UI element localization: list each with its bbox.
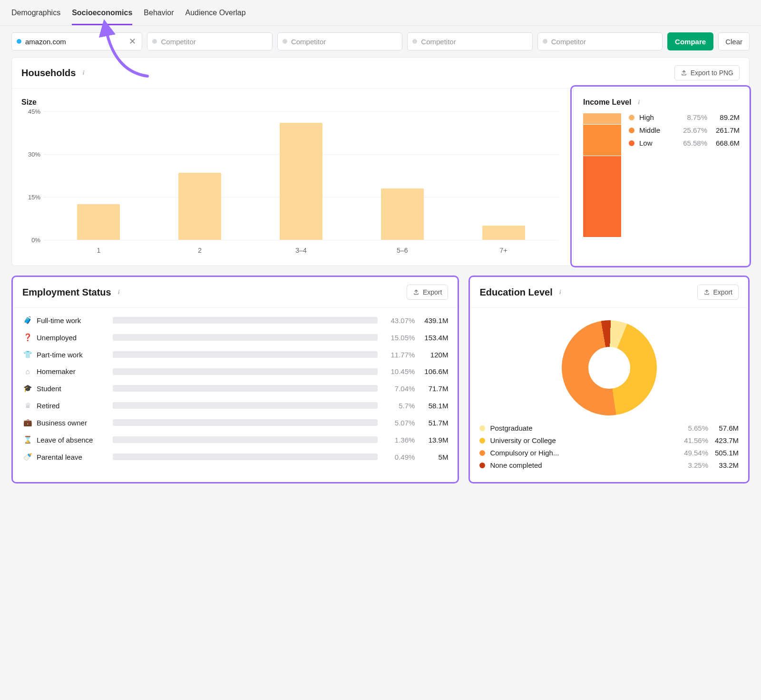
competitor-dot bbox=[152, 39, 157, 44]
legend-percent: 49.54% bbox=[677, 449, 708, 457]
legend-name: High bbox=[639, 113, 676, 121]
hourglass-icon: ⌛ bbox=[22, 435, 33, 444]
emp-percent: 43.07% bbox=[384, 316, 415, 325]
info-icon[interactable]: i bbox=[635, 99, 643, 106]
x-tick: 7+ bbox=[453, 246, 554, 254]
competitor-placeholder: Competitor bbox=[161, 38, 195, 46]
legend-name: Compulsory or High... bbox=[490, 449, 677, 457]
emp-percent: 11.77% bbox=[384, 351, 415, 359]
grad-icon: 🎓 bbox=[22, 384, 33, 393]
employment-row: 🍼Parental leave0.49%5M bbox=[22, 448, 448, 465]
competitor-placeholder: Competitor bbox=[291, 38, 326, 46]
emp-name: Business owner bbox=[37, 419, 113, 427]
question-icon: ❓ bbox=[22, 333, 33, 342]
size-title: Size bbox=[21, 98, 564, 107]
export-button[interactable]: Export bbox=[697, 285, 739, 300]
emp-name: Full-time work bbox=[37, 316, 113, 325]
legend-row: Compulsory or High...49.54%505.1M bbox=[479, 449, 739, 457]
legend-value: 57.6M bbox=[708, 424, 739, 432]
emp-name: Leave of absence bbox=[37, 436, 113, 444]
emp-value: 13.9M bbox=[415, 436, 448, 444]
household-size-chart: 0%15%30%45%123–45–67+ bbox=[43, 111, 564, 254]
income-segment bbox=[583, 124, 621, 156]
y-tick: 15% bbox=[21, 194, 40, 201]
emp-value: 106.6M bbox=[415, 367, 448, 375]
export-button[interactable]: Export bbox=[407, 285, 448, 300]
legend-value: 423.7M bbox=[708, 436, 739, 444]
legend-value: 33.2M bbox=[708, 461, 739, 469]
x-tick: 2 bbox=[149, 246, 251, 254]
info-icon[interactable]: i bbox=[556, 288, 564, 296]
competitor-input-2[interactable]: Competitor bbox=[277, 32, 402, 50]
legend-percent: 8.75% bbox=[676, 113, 707, 121]
emp-name: Homemaker bbox=[37, 367, 113, 375]
x-tick: 5–6 bbox=[351, 246, 453, 254]
education-legend: Postgraduate5.65%57.6MUniversity or Coll… bbox=[479, 424, 739, 469]
emp-bar-track bbox=[113, 419, 378, 426]
legend-percent: 65.58% bbox=[676, 139, 707, 147]
emp-bar-track bbox=[113, 334, 378, 341]
clear-button[interactable]: Clear bbox=[718, 32, 750, 50]
tab-demographics[interactable]: Demographics bbox=[11, 9, 60, 25]
stroller-icon: 🍼 bbox=[22, 453, 33, 461]
info-icon[interactable]: i bbox=[79, 69, 87, 77]
upload-icon bbox=[703, 289, 710, 296]
legend-value: 668.6M bbox=[707, 139, 740, 147]
remove-domain-icon[interactable]: ✕ bbox=[128, 36, 137, 47]
legend-row: University or College41.56%423.7M bbox=[479, 436, 739, 444]
emp-percent: 15.05% bbox=[384, 334, 415, 342]
legend-value: 89.2M bbox=[707, 113, 740, 121]
employment-status-card: Employment Status i Export 🧳Full-time wo… bbox=[11, 276, 459, 483]
legend-name: Middle bbox=[639, 126, 676, 134]
tab-behavior[interactable]: Behavior bbox=[144, 9, 174, 25]
domain-value: amazon.com bbox=[25, 38, 128, 46]
legend-row: Postgraduate5.65%57.6M bbox=[479, 424, 739, 432]
info-icon[interactable]: i bbox=[115, 288, 123, 296]
domain-chip[interactable]: amazon.com ✕ bbox=[11, 32, 142, 50]
x-tick: 1 bbox=[48, 246, 149, 254]
income-panel: Income Level i High8.75%89.2MMiddle25.67… bbox=[573, 89, 749, 266]
swatch bbox=[629, 128, 634, 133]
swatch bbox=[479, 425, 485, 431]
legend-name: None completed bbox=[490, 461, 677, 469]
legend-name: Postgraduate bbox=[490, 424, 677, 432]
competitor-input-4[interactable]: Competitor bbox=[537, 32, 663, 50]
education-level-card: Education Level i Export Postgraduate5.6… bbox=[468, 276, 750, 483]
home-icon: ⌂ bbox=[22, 367, 33, 375]
competitor-input-3[interactable]: Competitor bbox=[407, 32, 532, 50]
income-segment bbox=[583, 156, 621, 237]
legend-percent: 41.56% bbox=[677, 436, 708, 444]
tab-socioeconomics[interactable]: Socioeconomics bbox=[72, 9, 132, 25]
tab-audience-overlap[interactable]: Audience Overlap bbox=[185, 9, 245, 25]
emp-value: 51.7M bbox=[415, 419, 448, 427]
emp-value: 71.7M bbox=[415, 385, 448, 393]
compare-button[interactable]: Compare bbox=[667, 32, 713, 50]
emp-value: 153.4M bbox=[415, 334, 448, 342]
education-donut-chart bbox=[562, 320, 657, 415]
emp-name: Parental leave bbox=[37, 453, 113, 461]
education-title: Education Level i bbox=[479, 287, 564, 298]
competitor-input-1[interactable]: Competitor bbox=[147, 32, 272, 50]
emp-percent: 0.49% bbox=[384, 453, 415, 461]
emp-bar-track bbox=[113, 385, 378, 392]
export-png-button[interactable]: Export to PNG bbox=[674, 65, 740, 80]
y-tick: 30% bbox=[21, 151, 40, 158]
tshirt-icon: 👕 bbox=[22, 350, 33, 359]
bar bbox=[178, 173, 221, 240]
briefcase-icon: 🧳 bbox=[22, 316, 33, 325]
swatch bbox=[479, 438, 485, 444]
employment-row: 💼Business owner5.07%51.7M bbox=[22, 414, 448, 431]
competitor-placeholder: Competitor bbox=[421, 38, 456, 46]
upload-icon bbox=[413, 289, 420, 296]
emp-name: Unemployed bbox=[37, 334, 113, 342]
legend-percent: 5.65% bbox=[677, 424, 708, 432]
employment-row: 👕Part-time work11.77%120M bbox=[22, 346, 448, 363]
emp-value: 439.1M bbox=[415, 316, 448, 325]
households-card: Households i Export to PNG Size 0%15%30%… bbox=[11, 57, 750, 266]
domain-dot bbox=[17, 39, 21, 44]
swatch bbox=[629, 140, 634, 146]
employment-title: Employment Status i bbox=[22, 287, 123, 298]
tabs-row: Demographics Socioeconomics Behavior Aud… bbox=[0, 0, 761, 26]
swatch bbox=[479, 450, 485, 456]
employment-row: ⌛Leave of absence1.36%13.9M bbox=[22, 431, 448, 448]
